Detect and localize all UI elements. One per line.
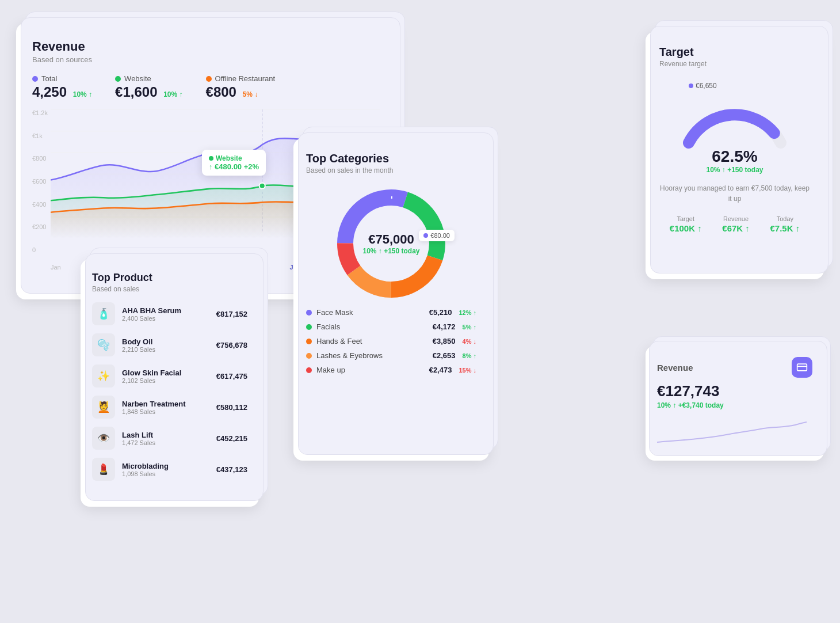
category-item: Lashes & Eyebrows €2,653 8% ↑	[306, 351, 476, 360]
revenue-small-header: Revenue	[657, 357, 812, 378]
donut-chart: €75,000 10% ↑ +150 today €80.00	[334, 186, 449, 301]
donut-label: €80.00	[419, 230, 455, 241]
product-image: 💄	[92, 458, 115, 481]
svg-rect-14	[797, 364, 807, 371]
target-card: Target Revenue target €6,650 62.5% 10% ↑…	[646, 32, 824, 279]
product-image: 🫧	[92, 333, 115, 356]
donut-sub: 10% ↑ +150 today	[362, 247, 419, 255]
donut-value: €75,000	[362, 232, 419, 247]
categories-subtitle: Based on sales in the month	[306, 166, 476, 174]
tstat-label: Today	[770, 215, 800, 222]
product-info: Glow Skin Facial 2,102 Sales	[122, 369, 209, 384]
y-axis-label: €400	[32, 201, 48, 208]
y-axis-label: €200	[32, 223, 48, 230]
product-info: Lash Lift 1,472 Sales	[122, 431, 209, 446]
product-info: AHA BHA Serum 2,400 Sales	[122, 306, 209, 322]
tstat-value: €67K ↑	[722, 223, 750, 233]
product-name: Body Oil	[122, 337, 209, 346]
cat-value: €5,210	[429, 308, 452, 317]
product-title: Top Product	[92, 272, 247, 284]
cat-name: Hands & Feet	[316, 337, 428, 345]
cat-name: Make up	[316, 366, 425, 374]
tstat-value: €7.5K ↑	[770, 223, 800, 233]
revenue-stats: Total 4,250 10% ↑ Website €1,600 10% ↑ O…	[32, 74, 380, 100]
revenue-title: Revenue	[32, 39, 380, 54]
target-stat-item: Target €100K ↑	[670, 215, 702, 233]
cat-value: €3,850	[433, 337, 456, 345]
categories-card: Top Categories Based on sales in the mon…	[293, 138, 489, 461]
product-revenue: €437,123	[216, 465, 247, 474]
product-image: 💆	[92, 396, 115, 419]
product-name: Lash Lift	[122, 431, 209, 439]
product-name: AHA BHA Serum	[122, 306, 209, 315]
product-revenue: €756,678	[216, 341, 247, 350]
cat-name: Face Mask	[316, 308, 425, 317]
cat-value: €2,473	[429, 366, 452, 374]
revenue-small-sub: 10% ↑ +€3,740 today	[657, 401, 812, 409]
product-sales: 1,472 Sales	[122, 439, 209, 446]
product-item[interactable]: ✨ Glow Skin Facial 2,102 Sales €617,475	[92, 364, 247, 388]
cat-dot	[306, 310, 312, 316]
cat-name: Lashes & Eyebrows	[316, 351, 428, 360]
product-sales: 1,848 Sales	[122, 408, 209, 415]
product-sales: 1,098 Sales	[122, 470, 209, 477]
tstat-value: €100K ↑	[670, 223, 702, 233]
revenue-small-card: Revenue €127,743 10% ↑ +€3,740 today	[646, 345, 824, 461]
product-image: ✨	[92, 364, 115, 388]
y-axis-label: 0	[32, 246, 48, 253]
product-revenue: €817,152	[216, 310, 247, 318]
product-item[interactable]: 💄 Microblading 1,098 Sales €437,123	[92, 458, 247, 481]
cat-value: €4,172	[433, 322, 456, 331]
tstat-label: Revenue	[722, 215, 750, 222]
product-item[interactable]: 💆 Narben Treatment 1,848 Sales €580,112	[92, 396, 247, 419]
cat-badge: 8% ↑	[463, 352, 476, 359]
category-item: Facials €4,172 5% ↑	[306, 322, 476, 331]
category-item: Hands & Feet €3,850 4% ↓	[306, 337, 476, 345]
product-name: Glow Skin Facial	[122, 369, 209, 377]
product-name: Microblading	[122, 462, 209, 470]
product-sales: 2,102 Sales	[122, 377, 209, 384]
cat-dot	[306, 367, 312, 373]
revenue-small-icon	[792, 357, 812, 378]
cat-name: Facials	[316, 322, 428, 331]
product-name: Narben Treatment	[122, 400, 209, 408]
categories-list: Face Mask €5,210 12% ↑ Facials €4,172 5%…	[306, 308, 476, 374]
product-card: Top Product Based on sales 🧴 AHA BHA Ser…	[81, 259, 259, 507]
revenue-subtitle: Based on sources	[32, 55, 380, 64]
cat-value: €2,653	[433, 351, 456, 360]
revenue-stat-item: Website €1,600 10% ↑	[115, 74, 182, 100]
cat-badge: 15% ↓	[459, 367, 476, 374]
category-item: Make up €2,473 15% ↓	[306, 366, 476, 374]
product-subtitle: Based on sales	[92, 285, 247, 293]
sparkline	[657, 416, 812, 453]
gauge-label: €6,650	[689, 82, 717, 90]
product-revenue: €580,112	[216, 403, 247, 412]
product-item[interactable]: 👁️ Lash Lift 1,472 Sales €452,215	[92, 427, 247, 450]
y-axis-label: €1.2k	[32, 109, 48, 116]
product-image: 👁️	[92, 427, 115, 450]
target-stats: Target €100K ↑ Revenue €67K ↑ Today €7.5…	[659, 215, 810, 233]
product-list: 🧴 AHA BHA Serum 2,400 Sales €817,152 🫧 B…	[92, 302, 247, 481]
revenue-stat-item: Offline Restaurant €800 5% ↓	[206, 74, 276, 100]
target-message: Hooray you managed to earn €7,500 today,…	[659, 183, 810, 204]
cat-badge: 12% ↑	[459, 309, 476, 316]
product-info: Microblading 1,098 Sales	[122, 462, 209, 477]
y-axis-label: €1k	[32, 132, 48, 139]
svg-point-7	[259, 183, 265, 189]
y-axis: €1.2k€1k€800€600€400€2000	[32, 109, 48, 253]
product-item[interactable]: 🫧 Body Oil 2,210 Sales €756,678	[92, 333, 247, 356]
tstat-label: Target	[670, 215, 702, 222]
category-item: Face Mask €5,210 12% ↑	[306, 308, 476, 317]
product-sales: 2,400 Sales	[122, 315, 209, 322]
product-revenue: €617,475	[216, 372, 247, 381]
product-info: Body Oil 2,210 Sales	[122, 337, 209, 353]
revenue-small-title: Revenue	[657, 363, 693, 373]
revenue-stat-item: Total 4,250 10% ↑	[32, 74, 92, 100]
y-axis-label: €800	[32, 155, 48, 162]
revenue-small-value: €127,743	[657, 382, 812, 400]
product-item[interactable]: 🧴 AHA BHA Serum 2,400 Sales €817,152	[92, 302, 247, 325]
target-stat-item: Revenue €67K ↑	[722, 215, 750, 233]
product-revenue: €452,215	[216, 434, 247, 443]
gauge-chart: €6,650	[677, 79, 792, 143]
x-axis-label: Jan	[51, 264, 61, 271]
